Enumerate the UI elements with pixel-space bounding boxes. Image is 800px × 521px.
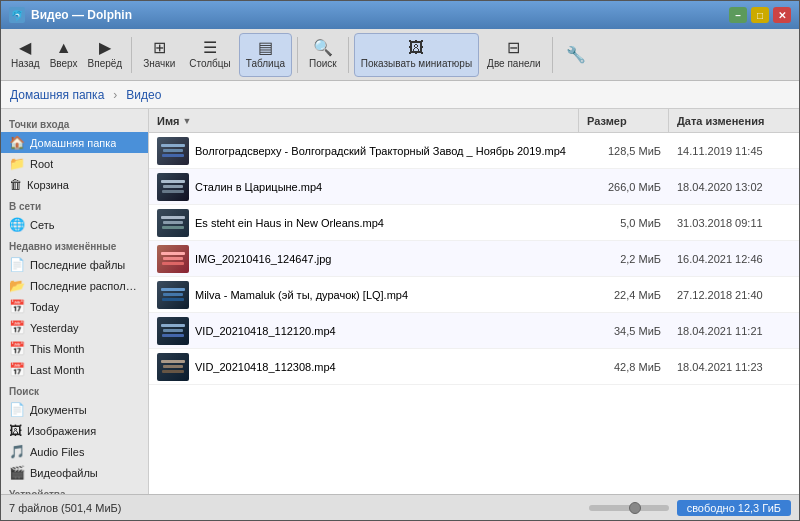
main-content: Точки входа 🏠 Домашняя папка 📁 Root 🗑 Ко… (1, 109, 799, 494)
columns-view-button[interactable]: ☰ Столбцы (183, 33, 237, 77)
recent-files-icon: 📄 (9, 257, 25, 272)
sidebar-item-this-month[interactable]: 📅 This Month (1, 338, 148, 359)
sidebar-item-yesterday[interactable]: 📅 Yesterday (1, 317, 148, 338)
table-row[interactable]: VID_20210418_112120.mp4 34,5 МиБ 18.04.2… (149, 313, 799, 349)
network-section-label: В сети (1, 195, 148, 214)
table-row[interactable]: IMG_20210416_124647.jpg 2,2 МиБ 16.04.20… (149, 241, 799, 277)
file-name: IMG_20210416_124647.jpg (195, 253, 331, 265)
sidebar-item-network[interactable]: 🌐 Сеть (1, 214, 148, 235)
table-row[interactable]: Milva - Mamaluk (эй ты, дурачок) [LQ].mp… (149, 277, 799, 313)
dual-panel-button[interactable]: ⊟ Две панели (481, 33, 546, 77)
sidebar-item-recent-files[interactable]: 📄 Последние файлы (1, 254, 148, 275)
zoom-slider-thumb (629, 502, 641, 514)
file-thumbnail (157, 281, 189, 309)
breadcrumb-current[interactable]: Видео (123, 87, 164, 103)
search-icon: 🔍 (313, 40, 333, 56)
forward-button[interactable]: ▶ Вперёд (84, 33, 127, 77)
col-date-header[interactable]: Дата изменения (669, 109, 799, 132)
file-name: Es steht ein Haus in New Orleans.mp4 (195, 217, 384, 229)
preview-icon: 🖼 (408, 40, 424, 56)
file-thumbnail (157, 317, 189, 345)
recent-places-icon: 📂 (9, 278, 25, 293)
sidebar-item-last-month[interactable]: 📅 Last Month (1, 359, 148, 380)
sidebar-last-month-label: Last Month (30, 364, 84, 376)
back-button[interactable]: ◀ Назад (7, 33, 44, 77)
toolbar-separator-2 (297, 37, 298, 73)
forward-icon: ▶ (99, 40, 111, 56)
columns-view-icon: ☰ (203, 40, 217, 56)
table-row[interactable]: Сталин в Царицыне.mp4 266,0 МиБ 18.04.20… (149, 169, 799, 205)
search-button[interactable]: 🔍 Поиск (303, 33, 343, 77)
root-icon: 📁 (9, 156, 25, 171)
file-size: 22,4 МиБ (579, 289, 669, 301)
toolbar-separator-4 (552, 37, 553, 73)
yesterday-icon: 📅 (9, 320, 25, 335)
file-name: Сталин в Царицыне.mp4 (195, 181, 322, 193)
close-button[interactable]: ✕ (773, 7, 791, 23)
file-size: 5,0 МиБ (579, 217, 669, 229)
toolbar-separator-3 (348, 37, 349, 73)
home-icon: 🏠 (9, 135, 25, 150)
file-thumbnail (157, 353, 189, 381)
sidebar-this-month-label: This Month (30, 343, 84, 355)
minimize-button[interactable]: – (729, 7, 747, 23)
table-row[interactable]: VID_20210418_112308.mp4 42,8 МиБ 18.04.2… (149, 349, 799, 385)
devices-section-label: Устройства (1, 483, 148, 494)
sidebar-yesterday-label: Yesterday (30, 322, 79, 334)
file-thumbnail (157, 173, 189, 201)
file-cell-name: Сталин в Царицыне.mp4 (149, 173, 579, 201)
sidebar-item-home[interactable]: 🏠 Домашняя папка (1, 132, 148, 153)
col-size-header[interactable]: Размер (579, 109, 669, 132)
file-size: 2,2 МиБ (579, 253, 669, 265)
file-name: VID_20210418_112120.mp4 (195, 325, 336, 337)
dual-panel-icon: ⊟ (507, 40, 520, 56)
places-section-label: Точки входа (1, 113, 148, 132)
file-date: 18.04.2021 11:23 (669, 361, 799, 373)
file-size: 128,5 МиБ (579, 145, 669, 157)
sidebar-images-label: Изображения (27, 425, 96, 437)
sidebar-item-root[interactable]: 📁 Root (1, 153, 148, 174)
file-cell-name: VID_20210418_112308.mp4 (149, 353, 579, 381)
zoom-slider[interactable] (589, 505, 669, 511)
sidebar-video-label: Видеофайлы (30, 467, 98, 479)
sidebar-item-recent-places[interactable]: 📂 Последние расположе... (1, 275, 148, 296)
statusbar: 7 файлов (501,4 МиБ) свободно 12,3 ГиБ (1, 494, 799, 520)
sidebar-root-label: Root (30, 158, 53, 170)
breadcrumb-home[interactable]: Домашняя папка (7, 87, 107, 103)
sidebar-item-trash[interactable]: 🗑 Корзина (1, 174, 148, 195)
sidebar-recent-files-label: Последние файлы (30, 259, 125, 271)
table-view-button[interactable]: ▤ Таблица (239, 33, 292, 77)
sidebar-item-documents[interactable]: 📄 Документы (1, 399, 148, 420)
file-date: 16.04.2021 12:46 (669, 253, 799, 265)
titlebar: 🐬 Видео — Dolphin – □ ✕ (1, 1, 799, 29)
file-list-header: Имя ▼ Размер Дата изменения (149, 109, 799, 133)
file-cell-name: Es steht ein Haus in New Orleans.mp4 (149, 209, 579, 237)
search-section-label: Поиск (1, 380, 148, 399)
sidebar-network-label: Сеть (30, 219, 54, 231)
table-row[interactable]: Волгоградсверху - Волгоградский Тракторн… (149, 133, 799, 169)
documents-icon: 📄 (9, 402, 25, 417)
sidebar-recent-places-label: Последние расположе... (30, 280, 140, 292)
preview-button[interactable]: 🖼 Показывать миниатюры (354, 33, 479, 77)
file-size: 34,5 МиБ (579, 325, 669, 337)
table-row[interactable]: Es steht ein Haus in New Orleans.mp4 5,0… (149, 205, 799, 241)
file-name: Milva - Mamaluk (эй ты, дурачок) [LQ].mp… (195, 289, 408, 301)
status-info: 7 файлов (501,4 МиБ) (9, 502, 581, 514)
col-name-header[interactable]: Имя ▼ (149, 109, 579, 132)
file-date: 18.04.2020 13:02 (669, 181, 799, 193)
sidebar-item-images[interactable]: 🖼 Изображения (1, 420, 148, 441)
up-button[interactable]: ▲ Вверх (46, 33, 82, 77)
sidebar-item-audio[interactable]: 🎵 Audio Files (1, 441, 148, 462)
sidebar-documents-label: Документы (30, 404, 87, 416)
icons-view-button[interactable]: ⊞ Значки (137, 33, 181, 77)
sidebar-item-video[interactable]: 🎬 Видеофайлы (1, 462, 148, 483)
maximize-button[interactable]: □ (751, 7, 769, 23)
window-controls: – □ ✕ (729, 7, 791, 23)
status-free: свободно 12,3 ГиБ (677, 500, 791, 516)
file-date: 31.03.2018 09:11 (669, 217, 799, 229)
sidebar-item-today[interactable]: 📅 Today (1, 296, 148, 317)
icons-view-icon: ⊞ (153, 40, 166, 56)
this-month-icon: 📅 (9, 341, 25, 356)
trash-icon: 🗑 (9, 177, 22, 192)
settings-button[interactable]: 🔧 (558, 33, 594, 77)
